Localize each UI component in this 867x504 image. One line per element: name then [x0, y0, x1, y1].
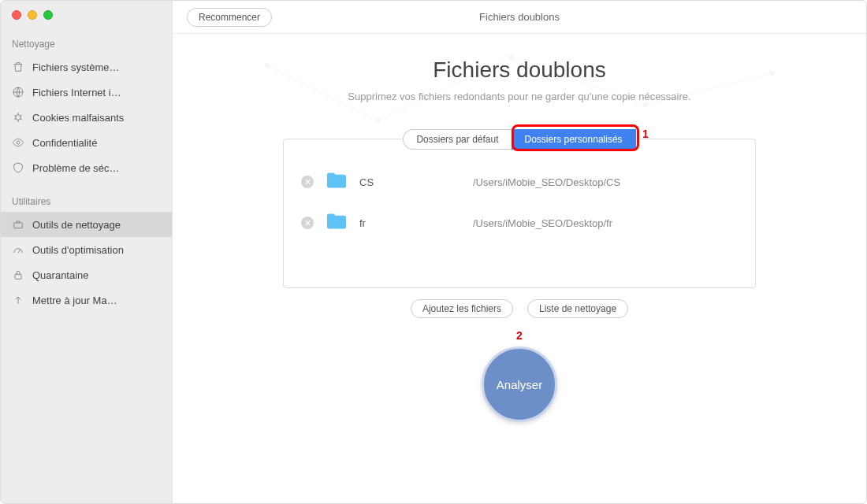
- sidebar-item-label: Outils d'optimisation: [32, 244, 124, 256]
- sidebar-item-label: Fichiers Internet i…: [32, 87, 121, 98]
- trash-icon: [12, 61, 24, 73]
- sidebar-item-label: Confidentialité: [32, 137, 97, 149]
- folder-row: ✕ fr /Users/iMobie_SEO/Desktop/fr: [301, 202, 738, 243]
- page-subtitle: Supprimez vos fichiers redondants pour n…: [204, 91, 835, 102]
- upload-icon: [12, 294, 24, 306]
- toolbox-icon: [12, 218, 24, 231]
- app-window: Nettoyage Fichiers système… Fichiers Int…: [0, 0, 867, 504]
- restart-button[interactable]: Recommencer: [187, 8, 272, 27]
- folder-tabs: Dossiers par défaut Dossiers personnalis…: [403, 129, 635, 150]
- add-files-button[interactable]: Ajoutez les fichiers: [411, 299, 513, 318]
- folder-name: fr: [359, 217, 462, 229]
- eye-icon: [12, 136, 24, 149]
- svg-rect-3: [14, 223, 23, 228]
- tab-default-folders[interactable]: Dossiers par défaut: [403, 129, 511, 150]
- sidebar-item-update[interactable]: Mettre à jour Ma…: [1, 287, 172, 313]
- window-controls: [1, 1, 172, 34]
- main-area: Recommencer Fichiers doublons Fichiers d…: [173, 1, 866, 503]
- shield-icon: [12, 161, 24, 174]
- folder-icon: [325, 212, 348, 234]
- svg-point-2: [17, 141, 20, 144]
- folder-icon: [325, 171, 348, 193]
- globe-icon: [12, 86, 24, 98]
- folder-path: /Users/iMobie_SEO/Desktop/fr: [473, 217, 612, 229]
- sidebar-item-cleaning-tools[interactable]: Outils de nettoyage: [1, 212, 172, 237]
- sidebar-item-label: Quarantaine: [32, 269, 89, 281]
- sidebar-section-title: Utilitaires: [1, 191, 172, 212]
- lock-icon: [12, 269, 24, 281]
- minimize-window-button[interactable]: [28, 10, 37, 20]
- folder-panel-wrap: Dossiers par défaut Dossiers personnalis…: [283, 129, 756, 318]
- clean-list-button[interactable]: Liste de nettoyage: [527, 299, 628, 318]
- sidebar-item-system-files[interactable]: Fichiers système…: [1, 54, 172, 80]
- sidebar-item-label: Cookies malfaisants: [32, 112, 124, 124]
- sidebar-item-label: Mettre à jour Ma…: [32, 295, 117, 306]
- analyze-wrap: 2 Analyser: [482, 346, 557, 422]
- sidebar-item-internet-files[interactable]: Fichiers Internet i…: [1, 80, 172, 105]
- tab-custom-folders[interactable]: Dossiers personnalisés: [512, 129, 636, 150]
- folder-row: ✕ CS /Users/iMobie_SEO/Desktop/CS: [301, 161, 738, 202]
- maximize-window-button[interactable]: [43, 10, 53, 20]
- topbar-title: Fichiers doublons: [173, 11, 866, 23]
- folders-panel: ✕ CS /Users/iMobie_SEO/Desktop/CS ✕ fr /…: [283, 139, 756, 288]
- sidebar-item-label: Outils de nettoyage: [32, 219, 121, 231]
- close-window-button[interactable]: [12, 10, 21, 20]
- sidebar-item-privacy[interactable]: Confidentialité: [1, 130, 172, 155]
- folder-name: CS: [359, 176, 462, 188]
- page-title: Fichiers doublons: [204, 57, 835, 83]
- gauge-icon: [12, 243, 24, 256]
- sidebar-item-optimization[interactable]: Outils d'optimisation: [1, 237, 172, 262]
- callout-2: 2: [516, 329, 523, 342]
- panel-buttons: Ajoutez les fichiers Liste de nettoyage: [283, 299, 756, 318]
- sidebar-item-security[interactable]: Problème de séc…: [1, 155, 172, 180]
- bug-icon: [12, 111, 24, 124]
- svg-rect-4: [15, 274, 21, 279]
- sidebar-item-label: Fichiers système…: [32, 61, 120, 73]
- content: Fichiers doublons Supprimez vos fichiers…: [173, 34, 866, 503]
- sidebar: Nettoyage Fichiers système… Fichiers Int…: [1, 1, 173, 503]
- svg-point-1: [16, 115, 21, 120]
- callout-1: 1: [642, 128, 649, 140]
- folder-path: /Users/iMobie_SEO/Desktop/CS: [473, 176, 620, 188]
- sidebar-item-cookies[interactable]: Cookies malfaisants: [1, 105, 172, 130]
- topbar: Recommencer Fichiers doublons: [173, 1, 866, 34]
- sidebar-item-quarantine[interactable]: Quarantaine: [1, 262, 172, 287]
- sidebar-item-label: Problème de séc…: [32, 162, 120, 174]
- remove-folder-button[interactable]: ✕: [301, 217, 314, 229]
- remove-folder-button[interactable]: ✕: [301, 176, 314, 188]
- analyze-button[interactable]: Analyser: [482, 346, 557, 422]
- sidebar-section-title: Nettoyage: [1, 34, 172, 54]
